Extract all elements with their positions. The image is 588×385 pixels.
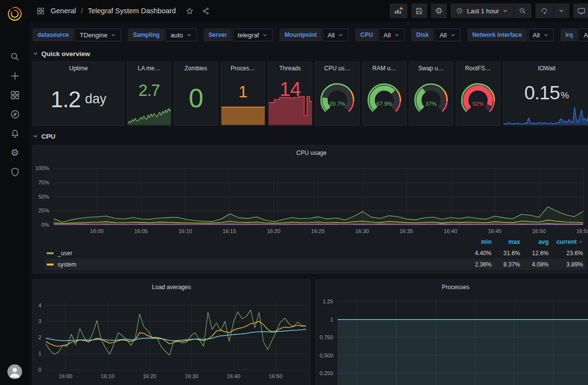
panel-load-averages[interactable]: Load averages 0123416:0016:1016:2016:301… xyxy=(32,279,310,385)
panel-title[interactable]: Proces… xyxy=(221,62,265,75)
panel-title[interactable]: Load averages xyxy=(33,280,310,295)
load-averages-plot[interactable]: 0123416:0016:1016:2016:3016:4016:50 xyxy=(46,302,306,370)
refresh-button[interactable] xyxy=(535,3,553,18)
chevron-down-icon xyxy=(558,8,564,14)
cpu-usage-plot[interactable]: 0%25%50%75%100%16:0016:0516:1016:1516:20… xyxy=(54,168,583,225)
panel-title[interactable]: Uptime xyxy=(33,62,124,75)
y-tick-label: 75% xyxy=(38,179,49,185)
panel-title[interactable]: RAM u… xyxy=(363,62,406,75)
variable-label: irq xyxy=(560,29,578,41)
x-tick-label: 16:55 xyxy=(576,228,588,234)
x-tick-label: 16:35 xyxy=(400,228,413,234)
variable-label: Disk xyxy=(411,29,433,41)
panel-processes-stat[interactable]: Proces… 1 xyxy=(220,61,265,126)
grafana-logo[interactable] xyxy=(5,4,25,24)
add-panel-button[interactable] xyxy=(390,3,407,18)
variable-datasource: datasource TDengine xyxy=(32,29,121,41)
variable-value-dropdown[interactable]: All xyxy=(434,29,460,41)
variable-value-dropdown[interactable]: All xyxy=(528,29,554,41)
cpu-usage-legend: min max avg current _user 4.40% xyxy=(45,236,585,272)
variable-value-dropdown[interactable]: auto xyxy=(165,29,196,41)
dashboard-settings-button[interactable]: ⚙ xyxy=(431,3,447,18)
panel-iowait[interactable]: IOWait 0.15 % xyxy=(503,61,588,126)
x-tick-label: 16:30 xyxy=(185,373,199,379)
legend-series-toggle[interactable]: system xyxy=(47,261,463,268)
grafana-app: ⚙ General / Telegraf System Dashboard xyxy=(0,0,588,385)
panel-title[interactable]: Processes xyxy=(316,280,588,295)
variable-label: Sampling xyxy=(128,29,164,41)
variable-value-dropdown[interactable]: TDengine xyxy=(75,29,121,41)
x-tick-label: 16:05 xyxy=(134,228,148,234)
breadcrumb-section[interactable]: General xyxy=(51,7,76,15)
create-plus-icon[interactable] xyxy=(5,66,25,86)
legend-row-clipped: iowait 0.63% 4.41% 1.10% 1.24% xyxy=(45,270,585,272)
y-tick-label: 100% xyxy=(35,165,49,171)
cycle-view-mode-button[interactable] xyxy=(573,3,588,18)
panel-cpu-usage[interactable]: CPU usage 0%25%50%75%100%16:0016:0516:10… xyxy=(32,145,588,273)
panel-cpu-usage-gauge[interactable]: CPU us… 20.7% xyxy=(315,61,360,126)
y-tick-label: 1.25 xyxy=(323,298,333,304)
panel-title[interactable]: IOWait xyxy=(503,62,588,75)
y-tick-label: 0.250 xyxy=(319,370,333,376)
y-tick-label: 0% xyxy=(41,222,49,228)
configuration-gear-icon[interactable]: ⚙ xyxy=(5,143,25,162)
y-tick-label: 2 xyxy=(38,334,41,340)
variable-cpu: CPU All xyxy=(355,29,404,41)
variable-label: Network interface xyxy=(467,29,527,41)
panel-title[interactable]: Swap u… xyxy=(409,62,453,75)
variable-value-dropdown[interactable]: telegraf xyxy=(233,29,273,41)
processes-plot[interactable]: 0.2500.5000.75011.25 xyxy=(338,298,588,385)
legend-sort-current[interactable]: current xyxy=(549,238,583,245)
quick-overview-panels: Uptime 1.2 day LA me… 2.7 Zombies xyxy=(32,61,588,126)
y-tick-label: 1 xyxy=(330,317,333,323)
alerting-bell-icon[interactable] xyxy=(5,124,25,143)
topbar-actions: ⚙ Last 1 hour xyxy=(390,3,582,18)
panel-title[interactable]: RootFS… xyxy=(456,62,500,75)
variable-value-dropdown[interactable]: All xyxy=(379,29,404,41)
ram-usage-gauge: 67.9% xyxy=(363,81,406,117)
zoom-out-time-button[interactable] xyxy=(513,3,531,18)
panel-processes[interactable]: Processes 0.2500.5000.75011.25 xyxy=(315,279,588,385)
row-header-quick-overview[interactable]: Quick overview xyxy=(32,48,588,59)
panel-title[interactable]: CPU us… xyxy=(315,62,359,75)
panel-title[interactable]: Threads xyxy=(268,62,312,75)
server-admin-shield-icon[interactable] xyxy=(5,162,25,181)
legend-sort-min[interactable]: min xyxy=(463,238,492,245)
time-range-picker[interactable]: Last 1 hour xyxy=(451,3,513,18)
x-tick-label: 16:30 xyxy=(355,228,369,234)
x-tick-label: 16:45 xyxy=(488,228,502,234)
breadcrumb-title[interactable]: Telegraf System Dashboard xyxy=(88,7,176,15)
variable-network-interface: Network interface All xyxy=(467,29,554,41)
panel-swap-usage-gauge[interactable]: Swap u… 37% xyxy=(409,61,453,126)
legend-sort-avg[interactable]: avg xyxy=(520,238,549,245)
panel-threads[interactable]: Threads 14 xyxy=(268,61,312,126)
panel-uptime[interactable]: Uptime 1.2 day xyxy=(32,61,124,126)
x-tick-label: 16:00 xyxy=(59,373,72,379)
panel-zombies[interactable]: Zombies 0 xyxy=(174,61,218,126)
variable-value-dropdown[interactable]: All xyxy=(579,29,588,41)
search-icon[interactable] xyxy=(5,47,25,66)
panel-title[interactable]: Zombies xyxy=(174,62,217,75)
zombies-value: 0 xyxy=(188,85,203,111)
sort-chevron-icon xyxy=(578,239,583,244)
series-svg xyxy=(54,168,583,225)
processes-value: 1 xyxy=(239,83,248,100)
dashboard-canvas: Quick overview Uptime 1.2 day LA me… 2.7 xyxy=(30,44,588,385)
panel-ram-usage-gauge[interactable]: RAM u… 67.9% xyxy=(362,61,406,126)
panel-rootfs-gauge[interactable]: RootFS… 92% xyxy=(456,61,500,126)
panel-la-medium[interactable]: LA me… 2.7 xyxy=(127,61,171,126)
refresh-interval-dropdown[interactable] xyxy=(553,3,569,18)
dashboards-icon[interactable] xyxy=(5,86,25,105)
legend-sort-max[interactable]: max xyxy=(492,238,520,245)
panel-title[interactable]: LA me… xyxy=(127,62,171,75)
share-icon[interactable] xyxy=(200,5,212,17)
main-area: General / Telegraf System Dashboard xyxy=(30,0,588,385)
legend-series-toggle[interactable]: _user xyxy=(47,250,463,257)
star-icon[interactable] xyxy=(184,5,196,17)
row-header-cpu[interactable]: CPU xyxy=(32,131,588,142)
user-avatar[interactable] xyxy=(7,364,22,379)
explore-compass-icon[interactable] xyxy=(5,105,25,124)
variable-value-dropdown[interactable]: All xyxy=(323,29,348,41)
save-dashboard-button[interactable] xyxy=(411,3,427,18)
panel-title[interactable]: CPU usage xyxy=(33,146,588,160)
